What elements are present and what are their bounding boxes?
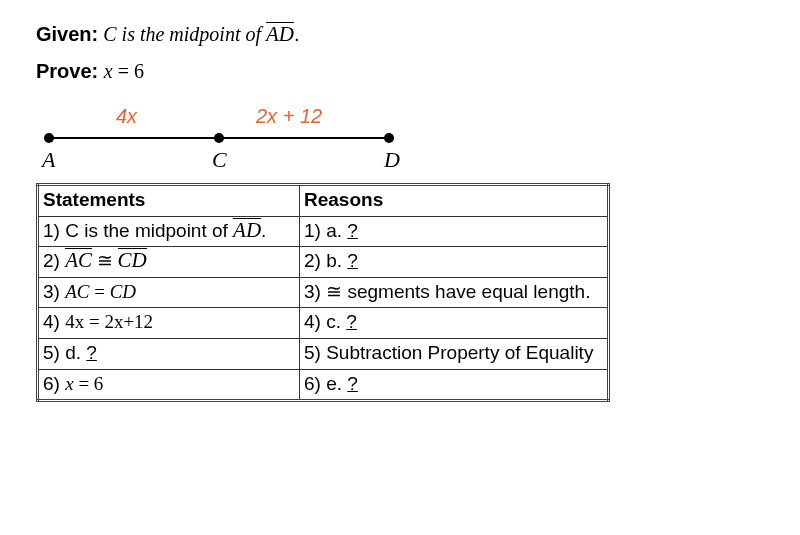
header-reasons: Reasons — [300, 185, 609, 217]
expr-rhs: 6 — [94, 373, 104, 394]
segment-ad-overline: AD — [266, 22, 294, 45]
reason-cell: 4) c. ? — [300, 308, 609, 339]
table-row: 5) d. ? 5) Subtraction Property of Equal… — [38, 338, 609, 369]
statement-cell: 1) C is the midpoint of AD. — [38, 216, 300, 247]
statement-text: C is the midpoint of — [60, 220, 233, 241]
row-num: 2) — [43, 250, 60, 271]
blank-e[interactable]: ? — [347, 373, 358, 394]
table-header-row: Statements Reasons — [38, 185, 609, 217]
row-num: 1) — [304, 220, 321, 241]
row-num: 1) — [43, 220, 60, 241]
table-row: 4) 4x = 2x+12 4) c. ? — [38, 308, 609, 339]
congruent-symbol: ≅ — [326, 281, 342, 302]
given-label: Given: — [36, 23, 98, 45]
row-num: 4) — [304, 311, 321, 332]
table-row: 6) x = 6 6) e. ? — [38, 369, 609, 401]
row-num: 3) — [304, 281, 321, 302]
statement-text: d. — [60, 342, 86, 363]
congruent-symbol: ≅ — [92, 250, 118, 271]
reason-text: a. — [321, 220, 347, 241]
given-text-post: . — [294, 23, 300, 45]
prove-rhs: 6 — [134, 60, 144, 82]
row-num: 5) — [304, 342, 321, 363]
statement-cell: 2) AC ≅ CD — [38, 247, 300, 278]
point-label-c: C — [212, 147, 227, 173]
point-a — [44, 133, 54, 143]
expr-rhs: 2x+12 — [104, 311, 153, 332]
prove-lhs: x — [104, 60, 113, 82]
row-num: 5) — [43, 342, 60, 363]
segment-cd-overline: CD — [118, 248, 147, 271]
row-num: 6) — [304, 373, 321, 394]
given-text-pre: C is the midpoint of — [98, 23, 266, 45]
expr-lhs: x — [65, 373, 73, 394]
reason-cell: 1) a. ? — [300, 216, 609, 247]
proof-table: Statements Reasons 1) C is the midpoint … — [36, 183, 610, 402]
expr-eq: = — [74, 373, 94, 394]
row-num: 2) — [304, 250, 321, 271]
table-row: 3) AC = CD 3) ≅ segments have equal leng… — [38, 277, 609, 308]
reason-cell: 6) e. ? — [300, 369, 609, 401]
expr-eq: = — [84, 311, 104, 332]
table-row: 2) AC ≅ CD 2) b. ? — [38, 247, 609, 278]
expr-lhs: AC — [65, 281, 89, 302]
expr-eq: = — [89, 281, 109, 302]
segment-ad-overline: AD — [233, 218, 261, 241]
row-num: 6) — [43, 373, 60, 394]
statement-post: . — [261, 220, 266, 241]
segment-diagram: 4x 2x + 12 A C D — [36, 97, 406, 167]
blank-b[interactable]: ? — [347, 250, 358, 271]
blank-c[interactable]: ? — [346, 311, 357, 332]
point-d — [384, 133, 394, 143]
segment-label-cd: 2x + 12 — [256, 105, 322, 128]
expr-lhs: 4x — [65, 311, 84, 332]
row-num: 4) — [43, 311, 60, 332]
row-num: 3) — [43, 281, 60, 302]
blank-d[interactable]: ? — [86, 342, 97, 363]
prove-label: Prove: — [36, 60, 98, 82]
statement-cell: 5) d. ? — [38, 338, 300, 369]
segment-label-ac: 4x — [116, 105, 137, 128]
point-label-d: D — [384, 147, 400, 173]
statement-cell: 6) x = 6 — [38, 369, 300, 401]
blank-a[interactable]: ? — [347, 220, 358, 241]
expr-rhs: CD — [110, 281, 136, 302]
table-row: 1) C is the midpoint of AD. 1) a. ? — [38, 216, 609, 247]
statement-cell: 4) 4x = 2x+12 — [38, 308, 300, 339]
page: Given: C is the midpoint of AD. Prove: x… — [0, 0, 800, 424]
reason-text: b. — [321, 250, 347, 271]
reason-text: Subtraction Property of Equality — [321, 342, 593, 363]
statement-cell: 3) AC = CD — [38, 277, 300, 308]
header-statements: Statements — [38, 185, 300, 217]
reason-cell: 3) ≅ segments have equal length. — [300, 277, 609, 308]
reason-text: segments have equal length. — [342, 281, 590, 302]
prove-eq: = — [113, 60, 134, 82]
reason-text: e. — [321, 373, 347, 394]
segment-ac-overline: AC — [65, 248, 92, 271]
point-label-a: A — [42, 147, 55, 173]
point-c — [214, 133, 224, 143]
prove-line: Prove: x = 6 — [36, 60, 764, 83]
reason-cell: 5) Subtraction Property of Equality — [300, 338, 609, 369]
given-line: Given: C is the midpoint of AD. — [36, 22, 764, 46]
reason-cell: 2) b. ? — [300, 247, 609, 278]
reason-text: c. — [321, 311, 346, 332]
